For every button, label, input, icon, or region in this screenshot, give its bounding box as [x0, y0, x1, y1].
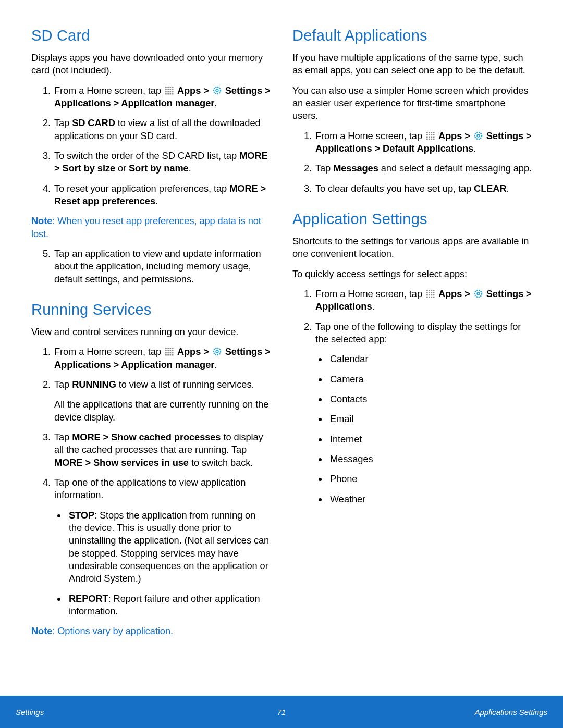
svg-rect-58 — [426, 292, 428, 293]
appsettings-app-list: Calendar Camera Contacts Email Internet … — [315, 353, 532, 505]
svg-point-16 — [214, 87, 221, 94]
apps-grid-icon — [426, 289, 435, 298]
svg-rect-39 — [433, 132, 435, 133]
svg-rect-50 — [431, 138, 433, 140]
svg-rect-43 — [433, 134, 435, 135]
settings-gear-icon — [474, 289, 483, 298]
svg-point-70 — [475, 290, 482, 297]
svg-rect-11 — [172, 91, 174, 92]
app-item: Weather — [328, 493, 532, 505]
run-step-4-bullets: STOP: Stops the application from running… — [54, 509, 271, 618]
footer-page-number: 71 — [0, 708, 563, 717]
apps-grid-icon — [165, 347, 174, 356]
appsettings-p2: To quickly access settings for select ap… — [292, 268, 532, 280]
svg-rect-30 — [165, 354, 167, 356]
section-default-applications: Default Applications If you have multipl… — [292, 27, 532, 195]
svg-rect-3 — [172, 87, 174, 88]
svg-rect-64 — [431, 294, 433, 296]
svg-rect-48 — [426, 138, 428, 140]
sd-step-1: From a Home screen, tap Apps > Settings … — [53, 84, 271, 110]
svg-rect-23 — [167, 350, 169, 352]
apps-grid-icon — [165, 86, 174, 95]
app-item: Internet — [328, 433, 532, 446]
svg-rect-12 — [165, 93, 167, 94]
svg-point-53 — [477, 134, 480, 137]
sd-step-3: To switch the order of the SD CARD list,… — [53, 150, 271, 175]
svg-point-71 — [477, 292, 480, 295]
svg-rect-68 — [431, 297, 433, 298]
svg-rect-26 — [165, 352, 167, 354]
svg-rect-29 — [172, 352, 174, 354]
sd-note: Note: When you reset app preferences, ap… — [31, 215, 271, 240]
as-step-2: Tap one of the following to display the … — [314, 320, 532, 505]
def-step-1: From a Home screen, tap Apps > Settings … — [314, 130, 532, 155]
svg-rect-25 — [172, 350, 174, 352]
svg-rect-7 — [172, 89, 174, 90]
svg-rect-54 — [426, 290, 428, 291]
running-intro: View and control services running on you… — [31, 326, 271, 338]
svg-rect-21 — [172, 348, 174, 349]
svg-rect-24 — [170, 350, 172, 352]
run-step-1: From a Home screen, tap Apps > Settings … — [53, 346, 271, 371]
sd-step-2: Tap SD CARD to view a list of all the do… — [53, 117, 271, 142]
heading-application-settings: Application Settings — [292, 211, 532, 228]
svg-rect-41 — [429, 134, 430, 135]
run-bullet-report: REPORT: Report failure and other applica… — [67, 593, 271, 618]
svg-rect-56 — [431, 290, 433, 291]
svg-rect-13 — [167, 93, 169, 94]
svg-rect-37 — [429, 132, 430, 133]
page-footer: Settings 71 Applications Settings — [0, 696, 563, 728]
run-bullet-stop: STOP: Stops the application from running… — [67, 509, 271, 585]
svg-rect-4 — [165, 89, 167, 90]
svg-rect-31 — [167, 354, 169, 356]
sd-card-intro: Displays apps you have downloaded onto y… — [31, 52, 271, 77]
svg-rect-65 — [433, 294, 435, 296]
section-sd-card: SD Card Displays apps you have downloade… — [31, 27, 271, 286]
svg-rect-14 — [170, 93, 172, 94]
svg-rect-8 — [165, 91, 167, 92]
svg-rect-2 — [170, 87, 172, 88]
svg-rect-6 — [170, 89, 172, 90]
svg-rect-45 — [429, 136, 430, 138]
run-step-2: Tap RUNNING to view a list of running se… — [53, 378, 271, 424]
page-content: SD Card Displays apps you have downloade… — [0, 0, 563, 653]
left-column: SD Card Displays apps you have downloade… — [31, 27, 271, 653]
svg-rect-40 — [426, 134, 428, 135]
defaults-p2: You can also use a simpler Home screen w… — [292, 84, 532, 122]
app-item: Camera — [328, 373, 532, 386]
svg-rect-38 — [431, 132, 433, 133]
svg-rect-66 — [426, 297, 428, 298]
svg-rect-20 — [170, 348, 172, 349]
svg-rect-60 — [431, 292, 433, 293]
svg-rect-1 — [167, 87, 169, 88]
app-item: Messages — [328, 453, 532, 465]
svg-rect-19 — [167, 348, 169, 349]
def-step-3: To clear defaults you have set up, tap C… — [314, 182, 532, 195]
svg-rect-10 — [170, 91, 172, 92]
sd-step-5: Tap an application to view and update in… — [53, 248, 271, 286]
svg-rect-62 — [426, 294, 428, 296]
svg-rect-32 — [170, 354, 172, 356]
svg-rect-5 — [167, 89, 169, 90]
svg-rect-0 — [165, 87, 167, 88]
run-step-4: Tap one of the applications to view appl… — [53, 476, 271, 618]
defaults-p1: If you have multiple applications of the… — [292, 52, 532, 77]
svg-rect-22 — [165, 350, 167, 352]
svg-rect-36 — [426, 132, 428, 133]
app-item: Phone — [328, 473, 532, 485]
svg-point-52 — [475, 132, 482, 139]
section-application-settings: Application Settings Shortcuts to the se… — [292, 211, 532, 505]
heading-default-applications: Default Applications — [292, 27, 532, 44]
app-item: Email — [328, 413, 532, 425]
svg-rect-63 — [429, 294, 430, 296]
running-steps: From a Home screen, tap Apps > Settings … — [31, 346, 271, 618]
svg-rect-42 — [431, 134, 433, 135]
svg-rect-27 — [167, 352, 169, 354]
heading-running-services: Running Services — [31, 301, 271, 318]
svg-rect-69 — [433, 297, 435, 298]
svg-rect-51 — [433, 138, 435, 140]
as-step-1: From a Home screen, tap Apps > Settings … — [314, 288, 532, 313]
section-running-services: Running Services View and control servic… — [31, 301, 271, 638]
svg-rect-67 — [429, 297, 430, 298]
svg-rect-33 — [172, 354, 174, 356]
